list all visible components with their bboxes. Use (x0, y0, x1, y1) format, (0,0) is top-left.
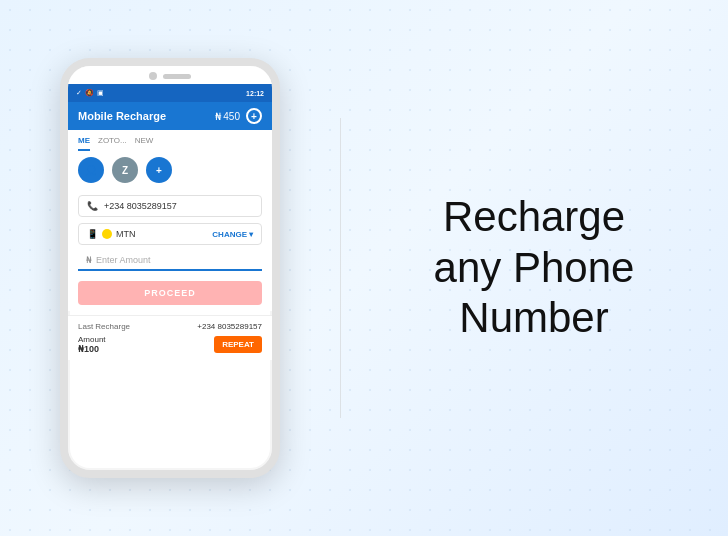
header-right: ₦ 450 + (215, 108, 262, 124)
mtn-logo (102, 229, 112, 239)
sim-icon: 📱 (87, 229, 98, 239)
right-section: Recharge any Phone Number (340, 0, 728, 536)
amount-info: Amount ₦100 (78, 335, 106, 354)
amount-field[interactable]: ₦ Enter Amount (78, 251, 262, 271)
change-button[interactable]: CHANGE ▾ (212, 230, 253, 239)
contact-me[interactable]: 👤 (78, 157, 104, 183)
network-left: 📱 MTN (87, 229, 136, 239)
status-time: 12:12 (246, 90, 264, 97)
divider (340, 118, 341, 418)
proceed-button[interactable]: PROCEED (78, 281, 262, 305)
last-recharge-section: Last Recharge +234 8035289157 Amount ₦10… (68, 315, 272, 360)
contact-z[interactable]: Z (112, 157, 138, 183)
phone-icon: 📞 (87, 201, 98, 211)
app-header: Mobile Recharge ₦ 450 + (68, 102, 272, 130)
tab-zoto[interactable]: ZOTO... (98, 136, 127, 151)
header-amount: ₦ 450 (215, 111, 240, 122)
tagline-line2: any Phone (434, 243, 635, 293)
left-section: ✓ 🔕 ▣ 12:12 Mobile Recharge ₦ 450 + ME (0, 0, 340, 536)
amount-value: ₦100 (78, 344, 106, 354)
last-recharge-number: +234 8035289157 (197, 322, 262, 331)
form-section: 📞 +234 8035289157 📱 MTN CHANGE ▾ (68, 189, 272, 311)
status-bar: ✓ 🔕 ▣ 12:12 (68, 84, 272, 102)
speaker (163, 74, 191, 79)
page-wrapper: ✓ 🔕 ▣ 12:12 Mobile Recharge ₦ 450 + ME (0, 0, 728, 536)
last-recharge-row: Last Recharge +234 8035289157 (78, 322, 262, 331)
status-left: ✓ 🔕 ▣ (76, 89, 104, 97)
phone-number-text: +234 8035289157 (104, 201, 177, 211)
contacts-row: 👤 Z + (68, 151, 272, 189)
phone-frame: ✓ 🔕 ▣ 12:12 Mobile Recharge ₦ 450 + ME (60, 58, 280, 478)
tab-me[interactable]: ME (78, 136, 90, 151)
screen-icon: ▣ (97, 89, 104, 97)
network-field: 📱 MTN CHANGE ▾ (78, 223, 262, 245)
contact-add[interactable]: + (146, 157, 172, 183)
tagline: Recharge any Phone Number (434, 192, 635, 343)
tagline-line3: Number (434, 293, 635, 343)
last-recharge-label: Last Recharge (78, 322, 130, 331)
naira-icon: ₦ (86, 255, 92, 265)
repeat-button[interactable]: REPEAT (214, 336, 262, 353)
camera-dot (149, 72, 157, 80)
amount-placeholder: Enter Amount (96, 255, 151, 265)
amount-label: Amount (78, 335, 106, 344)
tagline-line1: Recharge (434, 192, 635, 242)
phone-top (68, 66, 272, 84)
phone-number-field: 📞 +234 8035289157 (78, 195, 262, 217)
amount-repeat-row: Amount ₦100 REPEAT (78, 335, 262, 354)
volume-icon: 🔕 (85, 89, 94, 97)
checkmark-icon: ✓ (76, 89, 82, 97)
tab-new[interactable]: NEW (135, 136, 154, 151)
add-button[interactable]: + (246, 108, 262, 124)
network-name: MTN (116, 229, 136, 239)
tabs-section: ME ZOTO... NEW (68, 130, 272, 151)
app-title: Mobile Recharge (78, 110, 166, 122)
